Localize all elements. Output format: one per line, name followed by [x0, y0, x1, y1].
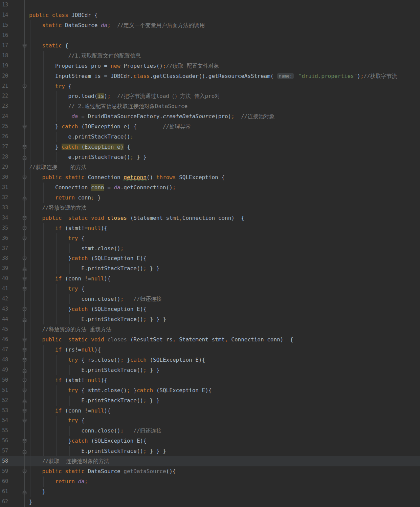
fold-region-start-icon[interactable]	[22, 216, 27, 220]
code-line[interactable]: 39 E.printStackTrace(); } }	[0, 263, 420, 274]
line-number[interactable]: 30	[2, 172, 8, 183]
line-number[interactable]: 40	[2, 274, 8, 284]
fold-region-start-icon[interactable]	[22, 175, 27, 180]
code-line[interactable]: 27 } catch (Exception e) {	[0, 142, 420, 152]
line-number[interactable]: 58	[2, 456, 8, 466]
code-line[interactable]: 33 //释放资源的方法	[0, 203, 420, 213]
code-line[interactable]: 21 try {	[0, 81, 420, 91]
line-number[interactable]: 39	[2, 263, 8, 274]
code-line[interactable]: 58 //获取 连接池对象的方法	[0, 456, 420, 466]
line-number[interactable]: 54	[2, 416, 8, 426]
code-line[interactable]: 38 }catch (SQLException E){	[0, 253, 420, 263]
line-number[interactable]: 51	[2, 385, 8, 396]
code-line[interactable]: 41 try {	[0, 284, 420, 294]
line-number[interactable]: 46	[2, 335, 8, 345]
code-line[interactable]: 22 pro.load(is); //把字节流通过load（）方法 传入pro对	[0, 91, 420, 101]
code-line[interactable]: 42 conn.close(); //归还连接	[0, 294, 420, 304]
fold-region-start-icon[interactable]	[22, 256, 27, 261]
code-line[interactable]: 59 public static DataSource getDataSourc…	[0, 466, 420, 477]
code-line[interactable]: 48 try { rs.close(); }catch (SQLExceptio…	[0, 355, 420, 365]
fold-region-end-icon[interactable]	[22, 398, 27, 403]
line-number[interactable]: 25	[2, 122, 8, 132]
line-number[interactable]: 48	[2, 355, 8, 365]
line-number[interactable]: 55	[2, 426, 8, 436]
code-line[interactable]: 31 Connection conn = da.getConnection();	[0, 183, 420, 193]
line-number[interactable]: 49	[2, 365, 8, 375]
fold-region-start-icon[interactable]	[22, 43, 27, 48]
fold-region-end-icon[interactable]	[22, 317, 27, 322]
code-line[interactable]: 49 E.printStackTrace(); } }	[0, 365, 420, 375]
fold-region-start-icon[interactable]	[22, 388, 27, 393]
fold-region-start-icon[interactable]	[22, 236, 27, 241]
line-number[interactable]: 42	[2, 294, 8, 304]
line-number[interactable]: 24	[2, 111, 8, 122]
empty-code-line[interactable]: 16	[0, 30, 420, 41]
line-number[interactable]: 60	[2, 477, 8, 487]
line-number[interactable]: 52	[2, 396, 8, 406]
fold-region-start-icon[interactable]	[22, 84, 27, 89]
code-line[interactable]: 36 try {	[0, 233, 420, 244]
fold-region-end-icon[interactable]	[22, 195, 27, 200]
line-number[interactable]: 28	[2, 152, 8, 162]
code-line[interactable]: 35 if (stmt!=null){	[0, 223, 420, 233]
fold-region-end-icon[interactable]	[22, 489, 27, 494]
fold-region-start-icon[interactable]	[22, 145, 27, 149]
fold-region-end-icon[interactable]	[22, 266, 27, 271]
code-line[interactable]: 24 da = DruidDataSourceFactory.createDat…	[0, 111, 420, 122]
fold-region-start-icon[interactable]	[22, 337, 27, 342]
line-number[interactable]: 47	[2, 345, 8, 355]
code-line[interactable]: 18 //1.获取配置文件的配置信息	[0, 51, 420, 61]
line-number[interactable]: 38	[2, 253, 8, 263]
code-line[interactable]: 37 stmt.close();	[0, 244, 420, 254]
empty-code-line[interactable]: 13	[0, 0, 420, 10]
code-line[interactable]: 14public class JDBCdr {	[0, 10, 420, 20]
code-line[interactable]: 29//获取连接 的方法	[0, 162, 420, 172]
line-number[interactable]: 34	[2, 213, 8, 223]
code-line[interactable]: 50 if (stmt!=null){	[0, 375, 420, 385]
code-line[interactable]: 56 }catch (SQLException E){	[0, 436, 420, 446]
code-line[interactable]: 51 try { stmt.close(); }catch (SQLExcept…	[0, 385, 420, 396]
line-number[interactable]: 62	[2, 497, 8, 507]
code-line[interactable]: 40 if (conn !=null){	[0, 274, 420, 284]
line-number[interactable]: 20	[2, 71, 8, 81]
fold-region-start-icon[interactable]	[22, 347, 27, 352]
line-number[interactable]: 23	[2, 101, 8, 111]
code-line[interactable]: 28 e.printStackTrace(); } }	[0, 152, 420, 162]
code-line[interactable]: 15 static DataSource da; //定义一个变量用户后面方法的…	[0, 20, 420, 30]
code-line[interactable]: 43 }catch (SQLException E){	[0, 304, 420, 314]
line-number[interactable]: 18	[2, 51, 8, 61]
line-number[interactable]: 14	[2, 10, 8, 20]
fold-region-start-icon[interactable]	[22, 307, 27, 312]
code-line[interactable]: 52 E.printStackTrace(); } }	[0, 396, 420, 406]
code-line[interactable]: 47 if (rs!=null){	[0, 345, 420, 355]
fold-region-start-icon[interactable]	[22, 418, 27, 423]
fold-region-start-icon[interactable]	[22, 439, 27, 443]
fold-region-start-icon[interactable]	[22, 287, 27, 291]
fold-region-start-icon[interactable]	[22, 378, 27, 383]
line-number[interactable]: 35	[2, 223, 8, 233]
code-line[interactable]: 46 public static void closes (ResultSet …	[0, 335, 420, 345]
fold-region-end-icon[interactable]	[22, 155, 27, 160]
line-number[interactable]: 22	[2, 91, 8, 101]
code-line[interactable]: 62}	[0, 497, 420, 507]
line-number[interactable]: 13	[2, 0, 8, 10]
line-number[interactable]: 19	[2, 61, 8, 71]
code-line[interactable]: 26 e.printStackTrace();	[0, 132, 420, 142]
fold-region-start-icon[interactable]	[22, 358, 27, 362]
fold-region-end-icon[interactable]	[22, 449, 27, 453]
code-line[interactable]: 57 E.printStackTrace(); } } }	[0, 446, 420, 456]
code-line[interactable]: 23 // 2.通过配置信息获取连接池对象DataSource	[0, 101, 420, 111]
code-line[interactable]: 55 conn.close(); //归还连接	[0, 426, 420, 436]
code-line[interactable]: 44 E.printStackTrace(); } } }	[0, 314, 420, 324]
line-number[interactable]: 15	[2, 20, 8, 30]
code-line[interactable]: 60 return da;	[0, 477, 420, 487]
fold-region-start-icon[interactable]	[22, 124, 27, 129]
line-number[interactable]: 44	[2, 314, 8, 324]
line-number[interactable]: 33	[2, 203, 8, 213]
line-number[interactable]: 57	[2, 446, 8, 456]
line-number[interactable]: 45	[2, 324, 8, 335]
line-number[interactable]: 17	[2, 41, 8, 51]
line-number[interactable]: 53	[2, 406, 8, 416]
code-line[interactable]: 32 return conn; }	[0, 193, 420, 203]
line-number[interactable]: 32	[2, 193, 8, 203]
